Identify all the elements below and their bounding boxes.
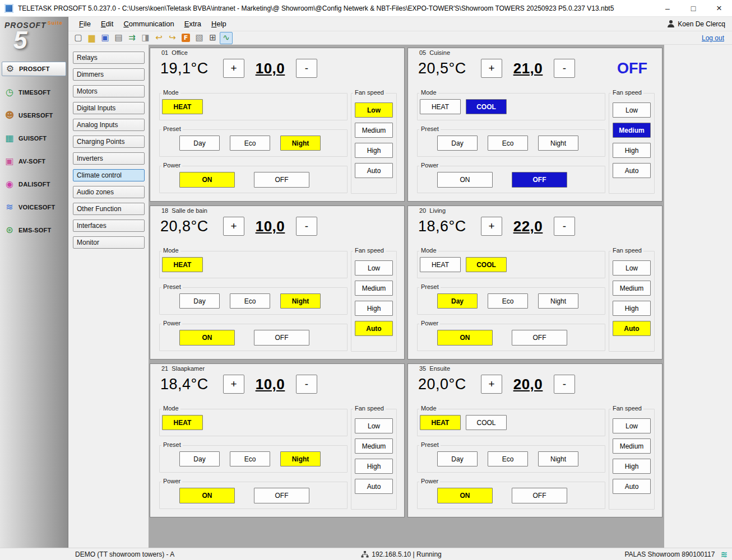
zone1-heat-button[interactable]: HEAT: [162, 99, 203, 114]
zone4-day-button[interactable]: Day: [437, 293, 478, 309]
zone3-low-button[interactable]: Low: [355, 260, 393, 276]
sidebar-item-ems-soft[interactable]: ⊛EMS-SOFT: [2, 223, 66, 237]
zone1-on-button[interactable]: ON: [179, 172, 235, 188]
logout-link[interactable]: Log out: [702, 34, 732, 42]
zone5-day-button[interactable]: Day: [179, 451, 220, 466]
zone4-on-button[interactable]: ON: [437, 330, 493, 346]
sidebar-item-timesoft[interactable]: ◷TIMESOFT: [2, 86, 66, 99]
zone6-medium-button[interactable]: Medium: [613, 438, 651, 454]
zone2-night-button[interactable]: Night: [538, 136, 578, 151]
zone1-off-button[interactable]: OFF: [254, 172, 309, 188]
sidebar-item-prosoft[interactable]: ⚙PROSOFT: [2, 62, 66, 76]
setpoint-increase-button[interactable]: +: [223, 375, 244, 394]
zone6-auto-button[interactable]: Auto: [613, 479, 651, 494]
zone2-off-button[interactable]: OFF: [512, 172, 567, 188]
print-icon[interactable]: ▤: [112, 32, 125, 44]
menu-file[interactable]: File: [74, 17, 96, 30]
zone5-night-button[interactable]: Night: [280, 451, 321, 466]
undo-icon[interactable]: ↩: [152, 32, 165, 44]
zone2-high-button[interactable]: High: [613, 143, 651, 158]
zone1-night-button[interactable]: Night: [280, 136, 321, 151]
setpoint-increase-button[interactable]: +: [481, 375, 502, 394]
setpoint-decrease-button[interactable]: -: [296, 59, 317, 78]
function-button-charging-points[interactable]: Charging Points: [73, 136, 145, 148]
zone6-heat-button[interactable]: HEAT: [420, 415, 461, 430]
zone5-eco-button[interactable]: Eco: [230, 451, 270, 466]
function-button-audio-zones[interactable]: Audio zones: [73, 186, 145, 198]
zone5-low-button[interactable]: Low: [355, 418, 393, 433]
zone4-low-button[interactable]: Low: [613, 260, 651, 276]
setpoint-increase-button[interactable]: +: [223, 59, 244, 78]
zone5-medium-button[interactable]: Medium: [355, 438, 393, 454]
sidebar-item-voicesoft[interactable]: ≋VOICESOFT: [2, 200, 66, 214]
zone4-night-button[interactable]: Night: [538, 293, 578, 309]
network-tool-icon[interactable]: ⊞: [206, 32, 219, 44]
save-icon[interactable]: ▣: [99, 32, 112, 44]
sidebar-item-guisoft[interactable]: ▦GUISOFT: [2, 132, 66, 145]
zone4-eco-button[interactable]: Eco: [488, 293, 528, 309]
sidebar-item-av-soft[interactable]: ▣AV-SOFT: [2, 155, 66, 168]
setpoint-increase-button[interactable]: +: [481, 217, 502, 236]
setpoint-decrease-button[interactable]: -: [296, 375, 317, 394]
zone6-cool-button[interactable]: COOL: [466, 415, 507, 430]
zone6-night-button[interactable]: Night: [538, 451, 578, 466]
zone2-medium-button[interactable]: Medium: [613, 123, 651, 138]
zone4-medium-button[interactable]: Medium: [613, 281, 651, 296]
new-document-icon[interactable]: ▢: [72, 32, 85, 44]
zone3-day-button[interactable]: Day: [179, 293, 220, 309]
zone3-heat-button[interactable]: HEAT: [162, 257, 203, 272]
function-button-dimmers[interactable]: Dimmers: [73, 68, 145, 81]
zone5-high-button[interactable]: High: [355, 459, 393, 474]
function-button-digital-inputs[interactable]: Digital Inputs: [73, 102, 145, 114]
function-button-climate-control[interactable]: Climate control: [73, 169, 145, 181]
zone2-on-button[interactable]: ON: [437, 172, 493, 188]
minimize-button[interactable]: –: [655, 0, 680, 16]
redo-icon[interactable]: ↪: [166, 32, 179, 44]
zone6-high-button[interactable]: High: [613, 459, 651, 474]
zone5-on-button[interactable]: ON: [179, 488, 235, 503]
function-icon[interactable]: F: [179, 32, 192, 44]
zone5-heat-button[interactable]: HEAT: [162, 415, 203, 430]
zone2-cool-button[interactable]: COOL: [466, 99, 507, 114]
waveform-monitor-icon[interactable]: ∿: [220, 32, 233, 44]
zone1-day-button[interactable]: Day: [179, 136, 220, 151]
zone1-eco-button[interactable]: Eco: [230, 136, 270, 151]
sidebar-item-dalisoft[interactable]: ◉DALISOFT: [2, 178, 66, 191]
maximize-button[interactable]: □: [680, 0, 706, 16]
report-icon[interactable]: ▧: [193, 32, 206, 44]
zone4-high-button[interactable]: High: [613, 301, 651, 316]
zone1-auto-button[interactable]: Auto: [355, 163, 393, 178]
zone3-off-button[interactable]: OFF: [254, 330, 309, 346]
zone2-day-button[interactable]: Day: [437, 136, 478, 151]
zone6-on-button[interactable]: ON: [437, 488, 493, 503]
zone4-heat-button[interactable]: HEAT: [420, 257, 461, 272]
zone6-low-button[interactable]: Low: [613, 418, 651, 433]
open-folder-icon[interactable]: ▆: [85, 32, 98, 44]
zone2-heat-button[interactable]: HEAT: [420, 99, 461, 114]
zone6-off-button[interactable]: OFF: [512, 488, 567, 503]
zone5-auto-button[interactable]: Auto: [355, 479, 393, 494]
zone3-medium-button[interactable]: Medium: [355, 281, 393, 296]
sidebar-item-usersoft[interactable]: ☻USERSOFT: [2, 109, 66, 122]
zone4-off-button[interactable]: OFF: [512, 330, 567, 346]
menu-edit[interactable]: Edit: [96, 17, 118, 30]
setpoint-decrease-button[interactable]: -: [296, 217, 317, 236]
setpoint-increase-button[interactable]: +: [481, 59, 502, 78]
function-button-other-function[interactable]: Other Function: [73, 203, 145, 215]
zone3-high-button[interactable]: High: [355, 301, 393, 316]
setpoint-decrease-button[interactable]: -: [554, 217, 575, 236]
zone4-auto-button[interactable]: Auto: [613, 321, 651, 336]
setpoint-decrease-button[interactable]: -: [554, 59, 575, 78]
function-button-monitor[interactable]: Monitor: [73, 236, 145, 249]
zone6-day-button[interactable]: Day: [437, 451, 478, 466]
close-button[interactable]: ×: [706, 0, 732, 16]
zone3-auto-button[interactable]: Auto: [355, 321, 393, 336]
zone1-high-button[interactable]: High: [355, 143, 393, 158]
zone2-eco-button[interactable]: Eco: [488, 136, 528, 151]
zone2-low-button[interactable]: Low: [613, 102, 651, 118]
function-button-relays[interactable]: Relays: [73, 52, 145, 64]
function-button-motors[interactable]: Motors: [73, 85, 145, 97]
zone3-night-button[interactable]: Night: [280, 293, 321, 309]
zone2-auto-button[interactable]: Auto: [613, 163, 651, 178]
setpoint-increase-button[interactable]: +: [223, 217, 244, 236]
